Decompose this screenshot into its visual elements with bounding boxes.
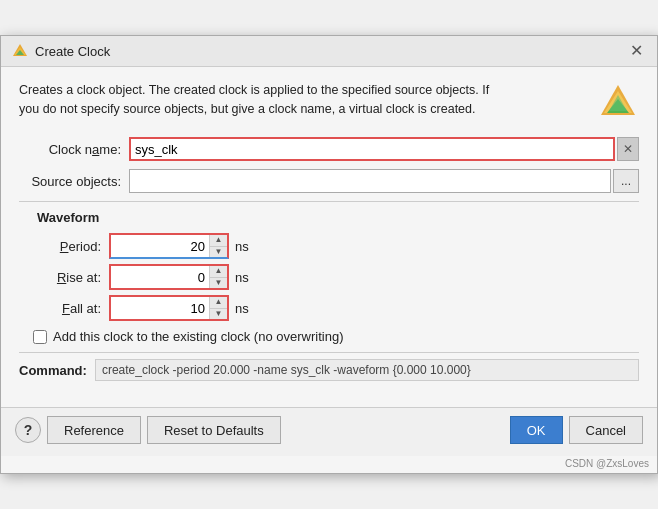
- rise-spinner: ▲ ▼: [209, 266, 227, 288]
- button-bar: ? Reference Reset to Defaults OK Cancel: [1, 407, 657, 456]
- app-icon: [11, 42, 29, 60]
- rise-row: Rise at: ▲ ▼ ns: [37, 264, 639, 290]
- command-label: Command:: [19, 363, 95, 378]
- command-value: create_clock -period 20.000 -name sys_cl…: [95, 359, 639, 381]
- clock-name-label: Clock name:: [19, 142, 129, 157]
- fall-label: Fall at:: [37, 301, 109, 316]
- period-spinner: ▲ ▼: [209, 235, 227, 257]
- description-text: Creates a clock object. The created cloc…: [19, 81, 597, 119]
- title-bar: Create Clock ✕: [1, 36, 657, 67]
- source-objects-row: Source objects: ...: [19, 169, 639, 193]
- clock-name-clear-button[interactable]: ✕: [617, 137, 639, 161]
- button-bar-right: OK Cancel: [510, 416, 643, 444]
- rise-increment-button[interactable]: ▲: [210, 266, 227, 278]
- reset-to-defaults-button[interactable]: Reset to Defaults: [147, 416, 281, 444]
- title-bar-left: Create Clock: [11, 42, 110, 60]
- button-bar-left: ? Reference Reset to Defaults: [15, 416, 281, 444]
- rise-label: Rise at:: [37, 270, 109, 285]
- source-objects-input-wrap: ...: [129, 169, 639, 193]
- period-row: Period: ▲ ▼ ns: [37, 233, 639, 259]
- rise-unit: ns: [235, 270, 249, 285]
- vivado-logo: [597, 81, 639, 123]
- period-unit: ns: [235, 239, 249, 254]
- dialog-body: Creates a clock object. The created cloc…: [1, 67, 657, 407]
- description-area: Creates a clock object. The created cloc…: [19, 81, 639, 123]
- waveform-title: Waveform: [37, 210, 639, 225]
- fall-spinner: ▲ ▼: [209, 297, 227, 319]
- dialog-title: Create Clock: [35, 44, 110, 59]
- clock-name-input[interactable]: [129, 137, 615, 161]
- rise-decrement-button[interactable]: ▼: [210, 278, 227, 289]
- reference-button[interactable]: Reference: [47, 416, 141, 444]
- waveform-divider: [19, 201, 639, 202]
- waveform-section: Period: ▲ ▼ ns Rise at:: [37, 233, 639, 321]
- fall-row: Fall at: ▲ ▼ ns: [37, 295, 639, 321]
- source-objects-label: Source objects:: [19, 174, 129, 189]
- period-label: Period:: [37, 239, 109, 254]
- watermark: CSDN @ZxsLoves: [1, 456, 657, 473]
- source-objects-input[interactable]: [129, 169, 611, 193]
- fall-decrement-button[interactable]: ▼: [210, 309, 227, 320]
- command-section: Command: create_clock -period 20.000 -na…: [19, 352, 639, 387]
- period-input-wrap: ▲ ▼: [109, 233, 229, 259]
- cancel-button[interactable]: Cancel: [569, 416, 643, 444]
- period-decrement-button[interactable]: ▼: [210, 247, 227, 258]
- help-button[interactable]: ?: [15, 417, 41, 443]
- close-button[interactable]: ✕: [626, 43, 647, 59]
- fall-input-wrap: ▲ ▼: [109, 295, 229, 321]
- fall-increment-button[interactable]: ▲: [210, 297, 227, 309]
- period-increment-button[interactable]: ▲: [210, 235, 227, 247]
- overwrite-checkbox-row: Add this clock to the existing clock (no…: [33, 329, 639, 344]
- overwrite-checkbox-label: Add this clock to the existing clock (no…: [53, 329, 343, 344]
- ok-button[interactable]: OK: [510, 416, 563, 444]
- overwrite-checkbox[interactable]: [33, 330, 47, 344]
- clock-name-row: Clock name: ✕: [19, 137, 639, 161]
- create-clock-dialog: Create Clock ✕ Creates a clock object. T…: [0, 35, 658, 474]
- source-objects-browse-button[interactable]: ...: [613, 169, 639, 193]
- fall-unit: ns: [235, 301, 249, 316]
- rise-input-wrap: ▲ ▼: [109, 264, 229, 290]
